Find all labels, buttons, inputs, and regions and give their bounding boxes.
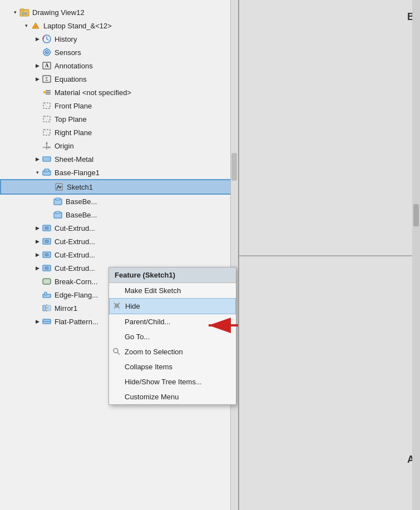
main-container: ▾ DV Drawing View12 ▾ Laptop Stand_&<12>	[0, 0, 420, 510]
right-plane-label: Right Plane	[55, 128, 92, 137]
tree-item-annotations[interactable]: ▶ A Annotations	[0, 59, 238, 72]
expand-arrow[interactable]: ▶	[33, 237, 41, 245]
right-scroll-thumb[interactable]	[413, 204, 419, 226]
collapse-items-label: Collapse Items	[125, 363, 172, 371]
hide-item[interactable]: Hide	[109, 298, 236, 314]
no-arrow	[33, 142, 41, 150]
flat-pattern-icon	[41, 316, 52, 327]
tree-item-drawing-view12[interactable]: ▾ DV Drawing View12	[0, 6, 238, 19]
context-menu: Feature (Sketch1) Make Edit Sketch Hide …	[108, 267, 236, 405]
svg-rect-51	[43, 305, 46, 311]
svg-rect-36	[56, 198, 60, 200]
cut-extrud4-label: Cut-Extrud...	[55, 264, 95, 273]
svg-text:Σ: Σ	[45, 76, 48, 82]
drawing-view12-label: Drawing View12	[32, 8, 85, 17]
expand-arrow[interactable]: ▶	[33, 224, 41, 232]
tree-item-origin[interactable]: Origin	[0, 139, 238, 152]
tree-scrollbar[interactable]	[230, 0, 238, 510]
base-flange-icon	[41, 167, 52, 178]
cut-extrud3-label: Cut-Extrud...	[55, 251, 95, 259]
tree-item-sensors[interactable]: Sensors	[0, 46, 238, 59]
cut-extrud2-label: Cut-Extrud...	[55, 237, 95, 246]
sketch1-icon	[53, 181, 65, 192]
customize-menu-item[interactable]: Customize Menu	[109, 389, 236, 404]
tree-item-cut-extrud2[interactable]: ▶ Cut-Extrud...	[0, 235, 238, 248]
svg-point-56	[113, 348, 118, 353]
equations-label: Equations	[55, 75, 87, 83]
expand-arrow[interactable]: ▾	[11, 8, 19, 16]
svg-rect-42	[45, 240, 48, 242]
expand-arrow[interactable]: ▶	[33, 62, 41, 70]
sheet-metal-label: Sheet-Metal	[55, 155, 93, 164]
go-to-item[interactable]: Go To...	[109, 329, 236, 344]
tree-item-right-plane[interactable]: Right Plane	[0, 126, 238, 139]
svg-rect-33	[45, 169, 49, 172]
tree-item-sketch1[interactable]: Sketch1	[0, 179, 238, 195]
expand-arrow[interactable]: ▶	[33, 318, 41, 325]
basebe2-label: BaseBe...	[66, 211, 97, 219]
svg-marker-3	[32, 23, 39, 28]
laptop-stand-label: Laptop Stand_&<12>	[43, 22, 112, 30]
svg-marker-28	[46, 142, 48, 144]
tree-item-top-plane[interactable]: Top Plane	[0, 112, 238, 126]
tree-panel: ▾ DV Drawing View12 ▾ Laptop Stand_&<12>	[0, 0, 239, 510]
tree-item-material[interactable]: Material <not specified>	[0, 86, 238, 99]
sensors-icon	[41, 47, 52, 58]
right-plane-icon	[41, 127, 52, 138]
edge-flang-label: Edge-Flang...	[55, 291, 98, 299]
tree-item-sheet-metal[interactable]: ▶ Sheet-Metal	[0, 152, 238, 166]
hide-label: Hide	[125, 302, 140, 310]
basebe1-icon	[52, 196, 63, 207]
svg-marker-6	[43, 38, 45, 39]
sensors-label: Sensors	[55, 48, 81, 57]
zoom-selection-item[interactable]: Zoom to Selection	[109, 344, 236, 359]
annotations-icon: A	[41, 60, 52, 71]
right-scrollbar[interactable]	[412, 0, 420, 510]
mirror1-label: Mirror1	[55, 304, 77, 313]
tree-item-front-plane[interactable]: Front Plane	[0, 99, 238, 112]
tree-item-basebe1[interactable]: BaseBe...	[0, 195, 238, 208]
drawing-view-icon: DV	[19, 7, 30, 18]
tree-item-cut-extrud1[interactable]: ▶ Cut-Extrud...	[0, 221, 238, 235]
context-menu-header: Feature (Sketch1)	[109, 268, 236, 283]
svg-line-25	[43, 130, 50, 135]
cut-extrud2-icon	[41, 236, 52, 247]
tree-item-cut-extrud3[interactable]: ▶ Cut-Extrud...	[0, 248, 238, 261]
no-arrow	[33, 278, 41, 285]
svg-line-57	[117, 352, 120, 354]
collapse-items-item[interactable]: Collapse Items	[109, 359, 236, 374]
svg-rect-47	[43, 279, 51, 284]
origin-label: Origin	[55, 142, 74, 150]
parent-child-item[interactable]: Parent/Child...	[109, 314, 236, 329]
make-edit-sketch-item[interactable]: Make Edit Sketch	[109, 283, 236, 298]
expand-arrow[interactable]: ▶	[33, 35, 41, 43]
svg-line-23	[43, 116, 50, 122]
annotations-label: Annotations	[55, 62, 93, 70]
svg-point-9	[46, 52, 48, 53]
front-plane-icon	[41, 100, 52, 111]
svg-rect-40	[45, 227, 48, 229]
flat-pattern-label: Flat-Pattern...	[55, 318, 98, 326]
tree-item-equations[interactable]: ▶ Σ Equations	[0, 72, 238, 86]
tree-item-laptop-stand[interactable]: ▾ Laptop Stand_&<12>	[0, 19, 238, 32]
tree-item-history[interactable]: ▶ History	[0, 32, 238, 46]
break-corn-label: Break-Corn...	[55, 278, 97, 286]
expand-arrow[interactable]: ▶	[33, 264, 41, 272]
expand-arrow[interactable]: ▶	[33, 155, 41, 163]
cut-extrud1-icon	[41, 222, 52, 234]
expand-arrow[interactable]: ▾	[22, 22, 30, 29]
tree-item-base-flange1[interactable]: ▾ Base-Flange1	[0, 166, 238, 179]
tree-item-basebe2[interactable]: BaseBe...	[0, 208, 238, 221]
svg-rect-49	[45, 292, 47, 295]
expand-arrow[interactable]: ▶	[33, 75, 41, 83]
expand-arrow[interactable]: ▶	[33, 251, 41, 259]
expand-arrow[interactable]: ▾	[33, 169, 41, 176]
hide-show-tree-label: Hide/Show Tree Items...	[125, 378, 202, 386]
svg-point-16	[43, 91, 46, 93]
cut-extrud4-icon	[41, 263, 52, 274]
parent-child-label: Parent/Child...	[125, 318, 170, 326]
top-plane-icon	[41, 113, 52, 125]
svg-rect-46	[45, 267, 48, 269]
tree-scroll-thumb[interactable]	[231, 153, 237, 181]
hide-show-tree-item[interactable]: Hide/Show Tree Items...	[109, 374, 236, 389]
